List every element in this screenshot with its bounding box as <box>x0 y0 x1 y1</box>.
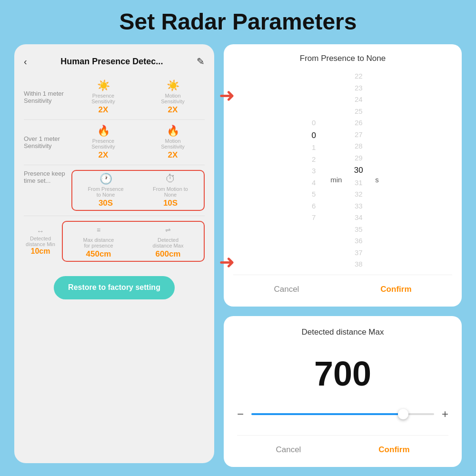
over-1meter-label: Over 1 meter Sensitivity <box>24 135 67 149</box>
min-1: 1 <box>307 142 321 153</box>
arrow-top: ➜ <box>219 86 235 105</box>
motion-value-1m: 2X <box>168 105 178 115</box>
distance-cancel-button[interactable]: Cancel <box>266 442 310 457</box>
phone-header: ‹ Human Presence Detec... ✎ <box>24 54 205 75</box>
motion-label-1m: MotionSensitivity <box>161 93 185 104</box>
distance-min-value: 10cm <box>31 247 50 256</box>
distance-confirm-button[interactable]: Confirm <box>369 442 419 457</box>
sec-23: 23 <box>351 83 366 94</box>
min-3: 3 <box>307 166 321 177</box>
motion-sensitivity-1m[interactable]: ☀️ MotionSensitivity 2X <box>141 79 205 115</box>
motion-icon-1m: ☀️ <box>167 79 179 92</box>
sec-26: 26 <box>351 118 366 129</box>
sec-24: 24 <box>351 94 366 105</box>
presence-cancel-button[interactable]: Cancel <box>264 282 308 297</box>
clock-icon: 🕐 <box>99 173 112 185</box>
from-presence-none-value: 30S <box>99 198 113 208</box>
motion-value-over1m: 2X <box>168 150 178 160</box>
sec-36: 36 <box>351 236 366 247</box>
sec-25: 25 <box>351 106 366 117</box>
page-title: Set Radar Parameters <box>0 0 476 44</box>
presence-dialog-footer: Cancel Confirm <box>233 275 452 297</box>
min-2: 2 <box>307 154 321 165</box>
from-presence-none[interactable]: 🕐 From Presenceto None 30S <box>76 173 135 208</box>
slider-thumb[interactable] <box>398 409 408 419</box>
distance-dialog: Detected distance Max 700 − + Cancel Con… <box>224 316 462 467</box>
sec-35: 35 <box>351 224 366 235</box>
presence-keep-row: Presence keep time set... 🕐 From Presenc… <box>24 165 205 216</box>
seconds-unit: s <box>375 157 379 184</box>
edit-button[interactable]: ✎ <box>197 56 205 67</box>
max-distance-presence-value: 450cm <box>86 249 111 259</box>
min-selected: 0 <box>307 129 321 142</box>
sec-32: 32 <box>351 189 366 200</box>
distance-min-icon: ↔ <box>37 227 44 236</box>
presence-sensitivity-1m[interactable]: ☀️ PresenceSensitivity 2X <box>71 79 135 115</box>
within-1meter-controls: ☀️ PresenceSensitivity 2X ☀️ MotionSensi… <box>71 79 205 115</box>
sec-34: 34 <box>351 212 366 223</box>
min-5: 5 <box>307 189 321 200</box>
distance-min-label: Detecteddistance Min <box>26 236 55 247</box>
right-panel: From Presence to None 0 0 1 2 3 4 5 6 7 … <box>224 44 462 463</box>
presence-dialog-title: From Presence to None <box>233 54 452 63</box>
distance-dialog-title: Detected distance Max <box>237 327 448 337</box>
restore-factory-button[interactable]: Restore to factory setting <box>54 276 175 299</box>
max-distance-presence-label: Max distancefor presence <box>83 237 114 248</box>
motion-icon-over1m: 🔥 <box>167 125 179 137</box>
distance-controls-highlight: ≡ Max distancefor presence 450cm ⇌ Detec… <box>62 221 205 262</box>
distance-value: 700 <box>237 354 448 393</box>
presence-value-1m: 2X <box>99 105 109 115</box>
slider-plus-button[interactable]: + <box>442 407 448 421</box>
sec-28: 28 <box>351 141 366 152</box>
from-presence-none-label: From Presenceto None <box>88 186 123 198</box>
presence-value-over1m: 2X <box>99 150 109 160</box>
time-picker[interactable]: 0 0 1 2 3 4 5 6 7 min 22 23 24 25 <box>233 71 452 270</box>
within-1meter-row: Within 1 meter Sensitivity ☀️ PresenceSe… <box>24 75 205 120</box>
presence-dialog: From Presence to None 0 0 1 2 3 4 5 6 7 … <box>224 44 462 307</box>
sec-33: 33 <box>351 201 366 212</box>
motion-sensitivity-over1m[interactable]: 🔥 MotionSensitivity 2X <box>141 125 205 160</box>
max-presence-icon: ≡ <box>97 224 100 236</box>
arrows-container: ➜ ➜ <box>219 86 235 271</box>
distance-dialog-footer: Cancel Confirm <box>237 435 448 457</box>
presence-icon-1m: ☀️ <box>97 79 110 92</box>
detected-distance-max-label: Detecteddistance Max <box>153 237 184 248</box>
sec-38: 38 <box>351 259 366 270</box>
min-6: 6 <box>307 201 321 212</box>
from-motion-none-value: 10S <box>163 198 178 208</box>
motion-label-over1m: MotionSensitivity <box>161 138 185 149</box>
back-button[interactable]: ‹ <box>24 56 27 67</box>
detected-distance-max-value: 600cm <box>156 249 181 259</box>
timer-icon: ⏱ <box>165 173 176 185</box>
presence-keep-label: Presence keep time set... <box>24 170 67 184</box>
presence-keep-controls: 🕐 From Presenceto None 30S ⏱ From Motion… <box>71 170 205 211</box>
over-1meter-row: Over 1 meter Sensitivity 🔥 PresenceSensi… <box>24 120 205 165</box>
slider-track[interactable] <box>251 413 434 415</box>
minutes-unit: min <box>330 157 342 184</box>
sec-27: 27 <box>351 129 366 140</box>
minutes-column[interactable]: 0 0 1 2 3 4 5 6 7 <box>307 118 321 223</box>
sec-37: 37 <box>351 248 366 258</box>
sec-29: 29 <box>351 153 366 164</box>
screen-title: Human Presence Detec... <box>60 57 163 67</box>
from-motion-none-label: From Motion toNone <box>153 186 188 198</box>
min-4: 4 <box>307 178 321 188</box>
from-motion-none[interactable]: ⏱ From Motion toNone 10S <box>141 173 200 208</box>
min-7: 7 <box>307 212 321 223</box>
seconds-column[interactable]: 22 23 24 25 26 27 28 29 30 31 32 33 34 3… <box>351 71 366 270</box>
slider-row: − + <box>237 403 448 430</box>
distance-min-area: ↔ Detecteddistance Min 10cm <box>24 227 57 256</box>
presence-icon-over1m: 🔥 <box>97 125 110 137</box>
presence-label-1m: PresenceSensitivity <box>91 93 115 104</box>
phone-panel: ‹ Human Presence Detec... ✎ Within 1 met… <box>14 44 214 463</box>
slider-minus-button[interactable]: − <box>237 407 244 421</box>
max-distance-presence[interactable]: ≡ Max distancefor presence 450cm <box>67 224 130 259</box>
min-0: 0 <box>307 118 321 129</box>
presence-confirm-button[interactable]: Confirm <box>371 282 421 297</box>
over-1meter-controls: 🔥 PresenceSensitivity 2X 🔥 MotionSensiti… <box>71 125 205 160</box>
arrow-bottom: ➜ <box>219 252 235 271</box>
distance-row: ↔ Detecteddistance Min 10cm ≡ Max distan… <box>24 216 205 267</box>
detected-distance-max[interactable]: ⇌ Detecteddistance Max 600cm <box>136 224 200 259</box>
presence-sensitivity-over1m[interactable]: 🔥 PresenceSensitivity 2X <box>71 125 135 160</box>
within-1meter-label: Within 1 meter Sensitivity <box>24 90 67 104</box>
